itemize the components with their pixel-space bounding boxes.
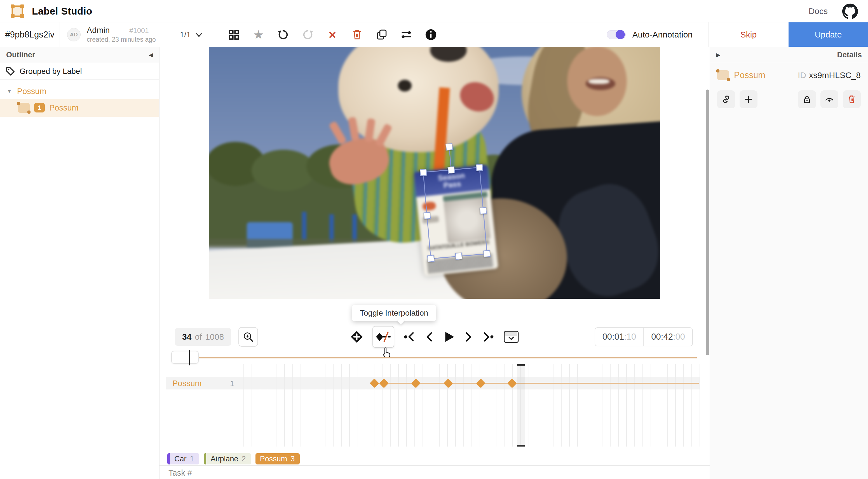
region-bbox-icon: [717, 70, 729, 80]
task-id: #9pb8Lgs2iv: [0, 22, 60, 47]
update-button[interactable]: Update: [788, 22, 868, 47]
editor-panel: Season Pass RATATOUILLE BOWERS: [159, 47, 710, 479]
current-frame[interactable]: 34: [182, 332, 191, 342]
seek-playhead[interactable]: [189, 350, 190, 365]
id-prefix: ID: [798, 70, 806, 80]
reject-button[interactable]: ×: [326, 28, 339, 42]
time-display[interactable]: 00:01:10 00:42:00: [595, 327, 693, 346]
bounding-box[interactable]: [423, 167, 488, 259]
github-icon[interactable]: [842, 3, 858, 19]
chevron-left-icon: [425, 331, 433, 343]
details-panel: ▶ Details Possum IDxs9mHLSC_8: [710, 47, 868, 479]
track-label[interactable]: Possum: [173, 379, 202, 388]
video-frame[interactable]: Season Pass RATATOUILLE BOWERS: [209, 47, 660, 299]
duplicate-button[interactable]: [375, 28, 389, 42]
keyframe-line: [374, 383, 699, 384]
undo-button[interactable]: [276, 28, 290, 42]
timeline-tracks: Possum 1: [159, 364, 710, 448]
seekbar[interactable]: [171, 350, 697, 365]
total-frames: 1008: [205, 332, 224, 342]
grouping-selector[interactable]: Grouped by Label: [0, 63, 159, 80]
chevron-right-icon: [464, 331, 473, 343]
keyframe-diamond[interactable]: [476, 379, 486, 388]
grouping-label: Grouped by Label: [20, 67, 82, 76]
bbox-handle[interactable]: [455, 253, 463, 260]
bbox-handle[interactable]: [420, 169, 427, 176]
tooltip: Toggle Interpolation: [352, 305, 436, 321]
frame-counter[interactable]: 34 of 1008: [175, 328, 231, 346]
add-keyframe-button[interactable]: [350, 330, 364, 344]
skip-button[interactable]: Skip: [708, 22, 788, 47]
info-button[interactable]: [424, 28, 438, 42]
collapse-box-icon: [503, 330, 519, 343]
task-number-label: Task #: [168, 468, 192, 478]
region-id-value: xs9mHLSC_8: [809, 70, 861, 80]
keyframe-diamond[interactable]: [370, 379, 379, 388]
toggle-knob: [616, 30, 625, 39]
keyframe-diamond[interactable]: [507, 379, 517, 388]
next-keyframe-button[interactable]: [482, 331, 494, 343]
redo-button[interactable]: [301, 28, 315, 42]
tree-group-possum[interactable]: ▼ Possum: [0, 84, 159, 99]
add-meta-button[interactable]: [740, 90, 757, 108]
collapse-panel-icon[interactable]: ◀: [149, 52, 153, 58]
bbox-handle[interactable]: [427, 255, 435, 262]
keyframe-diamond[interactable]: [379, 379, 389, 388]
details-title: Details: [837, 51, 862, 59]
annotation-id: #1001: [129, 27, 149, 35]
region-actions: [710, 83, 868, 116]
bbox-handle[interactable]: [483, 250, 491, 257]
sliders-icon: [400, 29, 412, 41]
region-name: Possum: [734, 70, 765, 80]
prev-keyframe-icon: [403, 331, 415, 343]
bbox-handle[interactable]: [479, 207, 487, 214]
created-timestamp: created, 23 minutes ago: [87, 36, 156, 43]
delete-annotation-button[interactable]: [350, 28, 364, 42]
keyframe-diamond[interactable]: [443, 379, 453, 388]
link-icon: [722, 95, 731, 104]
info-icon: [425, 29, 437, 41]
play-button[interactable]: [442, 330, 455, 343]
toggle-interpolation-button[interactable]: [372, 326, 394, 348]
timeline-playhead[interactable]: [517, 364, 525, 447]
prev-keyframe-button[interactable]: [403, 331, 415, 343]
bbox-handle[interactable]: [448, 166, 455, 174]
bbox-rotation-handle[interactable]: [446, 143, 453, 151]
keyframe-diamond[interactable]: [411, 379, 421, 388]
bbox-handle[interactable]: [423, 212, 431, 219]
create-relation-button[interactable]: [717, 90, 735, 108]
collapse-timeline-button[interactable]: [503, 330, 519, 343]
ground-truth-button[interactable]: ★: [252, 28, 266, 42]
timeline-grid[interactable]: [243, 364, 700, 447]
outliner-panel: Outliner ◀ Grouped by Label ▼ Possum 1 P…: [0, 47, 159, 479]
delete-region-button[interactable]: [843, 90, 861, 108]
label-chip-car[interactable]: Car 1: [167, 453, 199, 465]
prev-frame-button[interactable]: [425, 331, 433, 343]
regions-tree: ▼ Possum 1 Possum: [0, 80, 159, 117]
seek-window-handle[interactable]: [171, 351, 199, 364]
keyframe-add-icon: [350, 330, 364, 344]
settings-button[interactable]: [399, 28, 413, 42]
auto-annotation-toggle[interactable]: [607, 30, 626, 39]
visibility-button[interactable]: [820, 90, 838, 108]
lock-region-button[interactable]: [798, 90, 816, 108]
label-chip-airplane[interactable]: Airplane 2: [204, 453, 251, 465]
annotation-pagination[interactable]: 1/1: [163, 22, 211, 47]
grid-view-button[interactable]: [227, 28, 241, 42]
tooltip-text: Toggle Interpolation: [360, 309, 428, 317]
next-frame-button[interactable]: [464, 331, 473, 343]
region-item-label: Possum: [49, 103, 79, 113]
current-time[interactable]: 00:01:10: [595, 328, 644, 346]
zoom-frame-button[interactable]: [239, 327, 258, 347]
docs-link[interactable]: Docs: [809, 6, 828, 16]
caret-down-icon[interactable]: ▼: [7, 88, 12, 94]
zoom-in-icon: [242, 331, 254, 343]
vertical-scrollbar[interactable]: [706, 90, 709, 355]
annotation-info: AD Admin #1001 created, 23 minutes ago: [60, 22, 163, 47]
label-chip-possum[interactable]: Possum 3: [255, 453, 300, 465]
author-name: Admin: [87, 26, 110, 35]
outliner-title: Outliner: [6, 51, 35, 59]
expand-panel-icon[interactable]: ▶: [716, 52, 720, 58]
bbox-handle[interactable]: [476, 164, 483, 171]
region-item-possum[interactable]: 1 Possum: [0, 99, 159, 117]
